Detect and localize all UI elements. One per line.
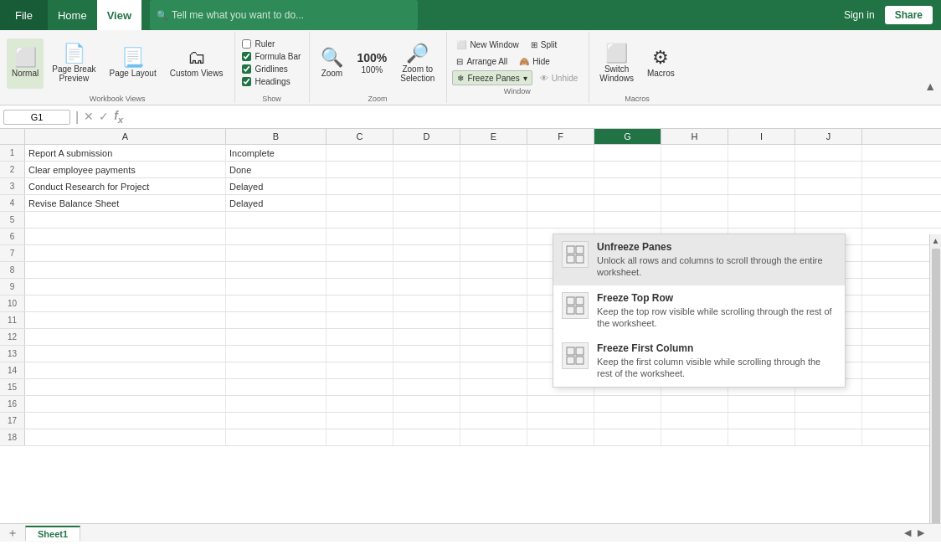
sheet-cell-c8[interactable] [327, 262, 393, 278]
sheet-cell-i4[interactable] [728, 195, 795, 211]
sheet-cell-i1[interactable] [728, 145, 795, 161]
sheet-cell-b1[interactable]: Incomplete [226, 145, 327, 161]
sheet-cell-c3[interactable] [327, 178, 393, 194]
sheet-cell-i16[interactable] [728, 396, 795, 412]
sheet-tab-sheet1[interactable]: Sheet1 [25, 526, 80, 541]
sheet-cell-h3[interactable] [661, 178, 728, 194]
page-layout-button[interactable]: 📃 Page Layout [105, 39, 162, 89]
sheet-cell-d6[interactable] [393, 229, 460, 244]
menu-home[interactable]: Home [48, 0, 97, 30]
sheet-cell-b15[interactable] [226, 379, 327, 395]
formula-bar-checkbox-input[interactable] [242, 52, 251, 61]
sheet-cell-f18[interactable] [527, 429, 594, 445]
sheet-cell-i3[interactable] [728, 178, 795, 194]
ruler-checkbox[interactable]: Ruler [240, 39, 276, 49]
sheet-cell-c9[interactable] [327, 279, 393, 295]
sheet-cell-e5[interactable] [460, 212, 527, 228]
sheet-cell-e2[interactable] [460, 162, 527, 177]
col-header-h[interactable]: H [661, 129, 728, 144]
sheet-cell-e8[interactable] [460, 262, 527, 278]
confirm-formula-icon[interactable]: ✓ [99, 110, 109, 123]
sheet-cell-d11[interactable] [393, 312, 460, 328]
sheet-cell-e3[interactable] [460, 178, 527, 194]
sheet-cell-j3[interactable] [795, 178, 862, 194]
sheet-cell-a11[interactable] [25, 312, 226, 328]
sheet-cell-a5[interactable] [25, 212, 226, 228]
sheet-cell-i18[interactable] [728, 429, 795, 445]
zoom-100-button[interactable]: 100% 100% [352, 39, 392, 89]
sheet-cell-b5[interactable] [226, 212, 327, 228]
arrange-all-button[interactable]: ⊟ Arrange All [452, 54, 512, 69]
freeze-panes-button[interactable]: ❄ Freeze Panes ▾ [452, 70, 532, 85]
sheet-cell-e7[interactable] [460, 245, 527, 261]
macros-button[interactable]: ⚙ Macros [642, 39, 680, 89]
sheet-cell-d5[interactable] [393, 212, 460, 228]
ruler-checkbox-input[interactable] [242, 39, 251, 49]
sheet-cell-h16[interactable] [661, 396, 728, 412]
sheet-cell-a13[interactable] [25, 346, 226, 362]
sheet-cell-a12[interactable] [25, 329, 226, 345]
sheet-cell-b13[interactable] [226, 346, 327, 362]
sheet-cell-e1[interactable] [460, 145, 527, 161]
sheet-cell-b7[interactable] [226, 245, 327, 261]
sheet-cell-e13[interactable] [460, 346, 527, 362]
zoom-selection-button[interactable]: 🔎 Zoom to Selection [395, 39, 440, 89]
normal-button[interactable]: ⬜ Normal [7, 39, 44, 89]
sheet-cell-d2[interactable] [393, 162, 460, 177]
unhide-button[interactable]: 👁 Unhide [536, 70, 583, 85]
sheet-cell-d4[interactable] [393, 195, 460, 211]
sheet-cell-d14[interactable] [393, 362, 460, 378]
sheet-cell-a1[interactable]: Report A submission [25, 145, 226, 161]
menu-file[interactable]: File [0, 0, 48, 30]
sheet-cell-d1[interactable] [393, 145, 460, 161]
sheet-cell-b8[interactable] [226, 262, 327, 278]
sheet-cell-c5[interactable] [327, 212, 393, 228]
sheet-cell-h18[interactable] [661, 429, 728, 445]
sheet-cell-d3[interactable] [393, 178, 460, 194]
col-header-c[interactable]: C [327, 129, 393, 144]
sheet-cell-d17[interactable] [393, 413, 460, 429]
sheet-cell-g18[interactable] [594, 429, 661, 445]
sheet-cell-f5[interactable] [527, 212, 594, 228]
sheet-cell-c18[interactable] [327, 429, 393, 445]
scroll-up-button[interactable]: ▲ [930, 234, 941, 247]
ribbon-collapse-button[interactable]: ▲ [924, 80, 936, 93]
sheet-cell-c16[interactable] [327, 396, 393, 412]
sheet-cell-d8[interactable] [393, 262, 460, 278]
scroll-right-icon[interactable]: ▶ [918, 527, 924, 538]
sheet-cell-f16[interactable] [527, 396, 594, 412]
menu-view[interactable]: View [97, 0, 141, 30]
sheet-cell-a18[interactable] [25, 429, 226, 445]
sheet-cell-a8[interactable] [25, 262, 226, 278]
sheet-cell-h17[interactable] [661, 413, 728, 429]
sheet-cell-e18[interactable] [460, 429, 527, 445]
sheet-cell-i5[interactable] [728, 212, 795, 228]
sheet-cell-e9[interactable] [460, 279, 527, 295]
sheet-cell-h1[interactable] [661, 145, 728, 161]
sheet-cell-f3[interactable] [527, 178, 594, 194]
sheet-cell-c7[interactable] [327, 245, 393, 261]
col-header-f[interactable]: F [527, 129, 594, 144]
sheet-cell-j16[interactable] [795, 396, 862, 412]
sheet-cell-g5[interactable] [594, 212, 661, 228]
scroll-thumb[interactable] [932, 249, 940, 523]
sheet-cell-j4[interactable] [795, 195, 862, 211]
hide-button[interactable]: 🙈 Hide [515, 54, 554, 69]
sheet-cell-c1[interactable] [327, 145, 393, 161]
cancel-formula-icon[interactable]: ✕ [84, 110, 94, 123]
sheet-cell-b6[interactable] [226, 229, 327, 244]
col-header-j[interactable]: J [795, 129, 862, 144]
sheet-cell-j2[interactable] [795, 162, 862, 177]
sheet-cell-b14[interactable] [226, 362, 327, 378]
sheet-cell-c15[interactable] [327, 379, 393, 395]
sheet-cell-b9[interactable] [226, 279, 327, 295]
sheet-cell-f1[interactable] [527, 145, 594, 161]
new-window-button[interactable]: ⬜ New Window [452, 37, 522, 52]
function-icon[interactable]: fx [114, 109, 123, 125]
sheet-cell-c14[interactable] [327, 362, 393, 378]
formula-input[interactable] [126, 110, 938, 124]
sheet-cell-h2[interactable] [661, 162, 728, 177]
split-button[interactable]: ⊞ Split [527, 37, 561, 52]
sheet-cell-a4[interactable]: Revise Balance Sheet [25, 195, 226, 211]
sheet-cell-e6[interactable] [460, 229, 527, 244]
